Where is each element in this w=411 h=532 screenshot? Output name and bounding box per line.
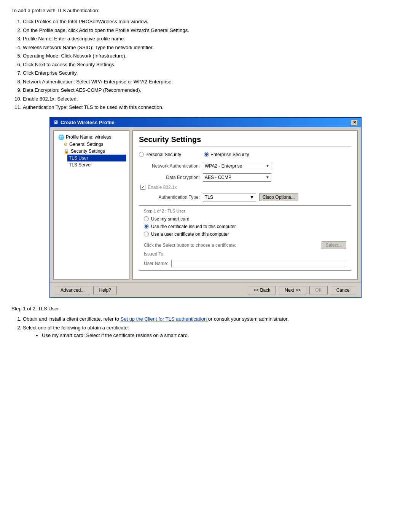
left-panel-general-settings[interactable]: ⚙ General Settings <box>62 141 126 148</box>
security-type-radio-group: Personal Security Enterprise Security <box>139 152 351 157</box>
right-panel: Security Settings Personal Security Ente… <box>132 130 358 280</box>
dialog-close-button[interactable]: ✕ <box>351 120 358 126</box>
left-panel-tls-server[interactable]: TLS Server <box>67 161 126 168</box>
step-10: Enable 802.1x: Selected. <box>23 95 400 103</box>
network-auth-row: Network Authentication: WPA2 - Enterpris… <box>139 162 351 170</box>
data-encryption-select[interactable]: AES - CCMP ▼ <box>203 173 271 182</box>
auth-type-value: TLS <box>205 195 213 200</box>
data-encryption-label: Data Encryption: <box>139 175 200 180</box>
user-name-label: User Name: <box>144 261 168 266</box>
settings-icon: ⚙ <box>64 142 68 147</box>
step-6: Click Next to access the Security Settin… <box>23 61 400 69</box>
enable-8021x-label: Enable 802.1x <box>148 185 177 190</box>
issued-to-row: Issued To: <box>144 251 346 257</box>
use-smart-card-label: Use my smart card <box>151 216 190 222</box>
cancel-button[interactable]: Cancel <box>331 286 356 294</box>
network-auth-arrow-icon: ▼ <box>266 164 269 168</box>
use-smart-card-radio[interactable]: Use my smart card <box>144 216 346 222</box>
back-button[interactable]: << Back <box>248 286 276 294</box>
data-encryption-value: AES - CCMP <box>205 175 231 180</box>
advanced-button[interactable]: Advanced... <box>55 286 90 294</box>
ok-button[interactable]: OK <box>309 286 327 294</box>
next-button[interactable]: Next >> <box>279 286 306 294</box>
step-8: Network Authentication: Select WPA-Enter… <box>23 78 400 86</box>
data-encryption-arrow-icon: ▼ <box>266 175 269 179</box>
use-cert-issued-radio-btn[interactable] <box>144 224 149 229</box>
lock-icon: 🔒 <box>64 149 69 154</box>
left-panel-profile-name[interactable]: 🌐 Profile Name: wireless <box>57 134 126 141</box>
footer-right-buttons: << Back Next >> OK Cancel <box>248 286 356 294</box>
network-auth-label: Network Authentication: <box>139 163 200 169</box>
use-user-cert-radio-btn[interactable] <box>144 232 149 236</box>
enterprise-security-label: Enterprise Security <box>210 152 249 157</box>
below-step-1: Obtain and install a client certificate,… <box>23 315 400 323</box>
step-11: Authentication Type: Select TLS to be us… <box>23 104 400 111</box>
left-panel-security-settings[interactable]: 🔒 Security Settings <box>62 148 126 155</box>
use-cert-issued-radio[interactable]: Use the certificate issued to this compu… <box>144 224 346 229</box>
data-encryption-row: Data Encryption: AES - CCMP ▼ <box>139 173 351 182</box>
use-smart-card-radio-btn[interactable] <box>144 216 149 221</box>
left-panel: 🌐 Profile Name: wireless ⚙ General Setti… <box>53 130 129 280</box>
dialog-footer: Advanced... Help? << Back Next >> OK Can… <box>50 283 361 297</box>
network-auth-value: WPA2 - Enterprise <box>205 163 242 169</box>
section-title: Security Settings <box>139 135 351 147</box>
main-steps-list: Click Profiles on the Intel PROSet/Wirel… <box>23 18 400 111</box>
auth-type-row: Authentication Type: TLS ▼ Cisco Options… <box>139 193 351 201</box>
network-icon: 🌐 <box>58 134 64 140</box>
dialog-title-icon: 🖥 <box>53 120 58 125</box>
bullet-list: Use my smart card: Select if the certifi… <box>42 332 400 339</box>
step-2: On the Profile page, click Add to open t… <box>23 27 400 34</box>
personal-security-label: Personal Security <box>145 152 181 157</box>
enable-8021x-checkbox[interactable]: ✓ <box>140 185 145 190</box>
enterprise-security-radio[interactable]: Enterprise Security <box>204 152 249 157</box>
user-name-row: User Name: <box>144 260 346 267</box>
auth-type-label: Authentication Type: <box>139 195 200 200</box>
below-step-2: Select one of the following to obtain a … <box>23 324 400 339</box>
bullet-item-1: Use my smart card: Select if the certifi… <box>42 332 400 339</box>
issued-to-label: Issued To: <box>144 251 164 257</box>
user-name-input[interactable] <box>171 260 346 267</box>
select-cert-text: Click the Select button to choose a cert… <box>144 243 236 248</box>
tls-user-step-group: Step 1 of 2 : TLS User Use my smart card… <box>139 205 351 271</box>
network-auth-select[interactable]: WPA2 - Enterprise ▼ <box>203 162 271 170</box>
step-heading: Step 1 of 2: TLS User <box>11 306 400 312</box>
select-cert-button[interactable]: Select... <box>322 241 346 249</box>
left-panel-tls-user[interactable]: TLS User <box>67 155 126 161</box>
use-user-cert-radio[interactable]: Use a user certificate on this computer <box>144 232 346 237</box>
step-9: Data Encryption: Select AES-CCMP (Recomm… <box>23 86 400 94</box>
below-dialog-steps: Obtain and install a client certificate,… <box>23 315 400 339</box>
cisco-options-button[interactable]: Cisco Options... <box>259 193 298 201</box>
personal-security-radio-btn[interactable] <box>139 152 144 157</box>
dialog-title: 🖥 Create Wireless Profile <box>53 120 115 125</box>
footer-left-buttons: Advanced... Help? <box>55 286 117 294</box>
step-4: Wireless Network Name (SSID): Type the n… <box>23 44 400 51</box>
auth-type-select[interactable]: TLS ▼ <box>203 193 256 201</box>
dialog-titlebar: 🖥 Create Wireless Profile ✕ <box>50 118 361 127</box>
enterprise-security-radio-btn[interactable] <box>204 152 209 157</box>
use-cert-issued-label: Use the certificate issued to this compu… <box>151 224 236 229</box>
enable-8021x-row: ✓ Enable 802.1x <box>140 185 351 190</box>
tls-auth-link[interactable]: Set up the Client for TLS authentication <box>121 316 208 322</box>
personal-security-radio[interactable]: Personal Security <box>139 152 181 157</box>
create-wireless-profile-dialog: 🖥 Create Wireless Profile ✕ 🌐 Profile Na… <box>49 117 362 298</box>
use-user-cert-label: Use a user certificate on this computer <box>151 232 229 237</box>
step-7: Click Enterprise Security. <box>23 69 400 77</box>
intro-text: To add a profile with TLS authentication… <box>11 8 400 13</box>
dialog-title-text: Create Wireless Profile <box>61 120 115 125</box>
auth-type-arrow-icon: ▼ <box>250 195 254 200</box>
step-5: Operating Mode: Click Network (Infrastru… <box>23 52 400 60</box>
dialog-body: 🌐 Profile Name: wireless ⚙ General Setti… <box>50 127 361 283</box>
step-3: Profile Name: Enter a descriptive profil… <box>23 35 400 43</box>
step-1: Click Profiles on the Intel PROSet/Wirel… <box>23 18 400 26</box>
help-button[interactable]: Help? <box>93 286 116 294</box>
step-group-title: Step 1 of 2 : TLS User <box>144 209 346 213</box>
select-cert-row: Click the Select button to choose a cert… <box>144 241 346 249</box>
